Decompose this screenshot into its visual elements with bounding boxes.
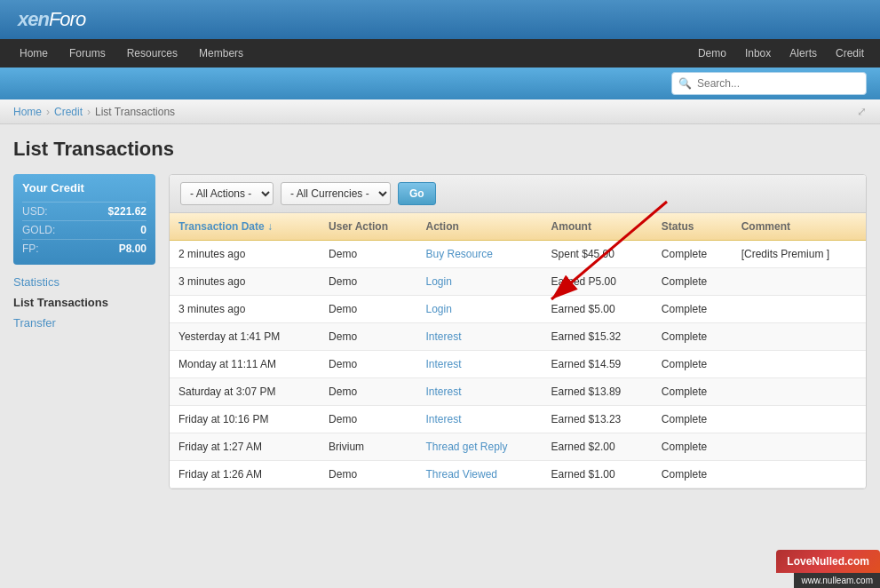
- cell-comment: [733, 268, 866, 296]
- cell-status: Complete: [653, 378, 733, 406]
- table-body: 2 minutes agoDemoBuy ResourceSpent $45.0…: [170, 241, 866, 489]
- cell-user-action: Demo: [320, 378, 416, 406]
- cell-action[interactable]: Buy Resource: [416, 241, 542, 268]
- nav-home[interactable]: Home: [9, 39, 59, 68]
- cell-amount: Earned $5.00: [543, 296, 653, 323]
- nav-alerts[interactable]: Alerts: [782, 39, 824, 68]
- main-content: List Transactions Your Credit USD: $221.…: [0, 124, 880, 568]
- cell-date: 2 minutes ago: [170, 241, 320, 268]
- table-row: 2 minutes agoDemoBuy ResourceSpent $45.0…: [170, 241, 866, 268]
- nav-resources[interactable]: Resources: [116, 39, 188, 68]
- action-link[interactable]: Interest: [425, 413, 461, 425]
- search-icon: 🔍: [678, 77, 692, 90]
- table-row: Monday at 11:11 AMDemoInterestEarned $14…: [170, 351, 866, 378]
- cell-comment: [733, 378, 866, 406]
- cell-action[interactable]: Interest: [416, 351, 542, 378]
- action-link[interactable]: Login: [425, 303, 451, 315]
- col-date[interactable]: Transaction Date ↓: [170, 213, 320, 241]
- action-link[interactable]: Thread Viewed: [425, 468, 497, 481]
- nav-inbox[interactable]: Inbox: [738, 39, 778, 68]
- cell-comment: [733, 296, 866, 323]
- col-user-action: User Action: [320, 213, 416, 241]
- breadcrumb-credit[interactable]: Credit: [54, 106, 83, 118]
- cell-action[interactable]: Thread Viewed: [416, 461, 542, 489]
- nav-members[interactable]: Members: [188, 39, 254, 68]
- cell-comment: [Credits Premium ]: [733, 241, 866, 268]
- watermark: LoveNulled.com www.nulleam.com: [776, 550, 880, 568]
- cell-user-action: Demo: [320, 323, 416, 351]
- secondary-nav: Home Forums Resources Members Demo Inbox…: [0, 39, 880, 68]
- search-bar-area: 🔍: [0, 68, 880, 99]
- sidebar-link-transfer[interactable]: Transfer: [13, 314, 155, 331]
- breadcrumb-sep-2: ›: [87, 106, 91, 118]
- search-input[interactable]: [671, 72, 867, 95]
- cell-amount: Earned $13.89: [543, 378, 653, 406]
- table-row: Friday at 1:27 AMBriviumThread get Reply…: [170, 433, 866, 461]
- cell-status: Complete: [653, 323, 733, 351]
- cell-user-action: Brivium: [320, 433, 416, 461]
- action-link[interactable]: Login: [425, 275, 451, 288]
- action-link[interactable]: Thread get Reply: [425, 441, 507, 453]
- filter-bar: - All Actions - - All Currencies - Go: [170, 175, 866, 213]
- logo[interactable]: xenForo: [0, 8, 103, 31]
- cell-action[interactable]: Interest: [416, 323, 542, 351]
- cell-date: Friday at 10:16 PM: [170, 406, 320, 433]
- col-status: Status: [653, 213, 733, 241]
- cell-user-action: Demo: [320, 296, 416, 323]
- your-credit-box: Your Credit USD: $221.62 GOLD: 0 FP: P8.…: [13, 174, 155, 265]
- cell-action[interactable]: Interest: [416, 406, 542, 433]
- table-row: Yesterday at 1:41 PMDemoInterestEarned $…: [170, 323, 866, 351]
- nav-demo[interactable]: Demo: [691, 39, 733, 68]
- action-link[interactable]: Interest: [425, 385, 461, 398]
- cell-status: Complete: [653, 268, 733, 296]
- cell-action[interactable]: Login: [416, 296, 542, 323]
- table-row: 3 minutes agoDemoLoginEarned $5.00Comple…: [170, 296, 866, 323]
- cell-action[interactable]: Login: [416, 268, 542, 296]
- cell-amount: Earned $2.00: [543, 433, 653, 461]
- action-link[interactable]: Buy Resource: [425, 248, 492, 260]
- cell-amount: Earned P5.00: [543, 268, 653, 296]
- cell-user-action: Demo: [320, 268, 416, 296]
- nav-credit[interactable]: Credit: [828, 39, 871, 68]
- cell-amount: Earned $15.32: [543, 323, 653, 351]
- search-wrap: 🔍: [671, 72, 867, 95]
- transactions-table: Transaction Date ↓ User Action Action Am…: [170, 213, 866, 489]
- layout: Your Credit USD: $221.62 GOLD: 0 FP: P8.…: [13, 174, 867, 489]
- table-header-row: Transaction Date ↓ User Action Action Am…: [170, 213, 866, 241]
- credit-label-fp: FP:: [22, 242, 39, 255]
- cell-amount: Spent $45.00: [543, 241, 653, 268]
- credit-label-usd: USD:: [22, 205, 48, 218]
- cell-status: Complete: [653, 241, 733, 268]
- go-button[interactable]: Go: [398, 182, 436, 205]
- col-amount: Amount: [543, 213, 653, 241]
- action-link[interactable]: Interest: [425, 358, 461, 370]
- cell-status: Complete: [653, 406, 733, 433]
- breadcrumb-home[interactable]: Home: [13, 106, 42, 118]
- nav-forums[interactable]: Forums: [59, 39, 116, 68]
- currencies-filter[interactable]: - All Currencies -: [281, 182, 391, 205]
- cell-action[interactable]: Thread get Reply: [416, 433, 542, 461]
- cell-date: Monday at 11:11 AM: [170, 351, 320, 378]
- table-row: 3 minutes agoDemoLoginEarned P5.00Comple…: [170, 268, 866, 296]
- actions-filter[interactable]: - All Actions -: [180, 182, 274, 205]
- cell-comment: [733, 461, 866, 489]
- cell-amount: Earned $13.23: [543, 406, 653, 433]
- cell-date: 3 minutes ago: [170, 296, 320, 323]
- logo-foro: Foro: [49, 8, 85, 30]
- expand-icon[interactable]: ⤢: [857, 105, 867, 118]
- breadcrumb-bar: Home › Credit › List Transactions ⤢: [0, 99, 880, 124]
- cell-date: Saturday at 3:07 PM: [170, 378, 320, 406]
- cell-action[interactable]: Interest: [416, 378, 542, 406]
- cell-comment: [733, 433, 866, 461]
- sidebar-link-list-transactions[interactable]: List Transactions: [13, 294, 155, 311]
- cell-status: Complete: [653, 351, 733, 378]
- sidebar-link-statistics[interactable]: Statistics: [13, 274, 155, 290]
- cell-date: Friday at 1:26 AM: [170, 461, 320, 489]
- table-row: Friday at 1:26 AMDemoThread ViewedEarned…: [170, 461, 866, 489]
- table-row: Friday at 10:16 PMDemoInterestEarned $13…: [170, 406, 866, 433]
- breadcrumb-sep-1: ›: [46, 106, 50, 118]
- credit-label-gold: GOLD:: [22, 224, 55, 236]
- action-link[interactable]: Interest: [425, 330, 461, 343]
- cell-user-action: Demo: [320, 406, 416, 433]
- cell-status: Complete: [653, 433, 733, 461]
